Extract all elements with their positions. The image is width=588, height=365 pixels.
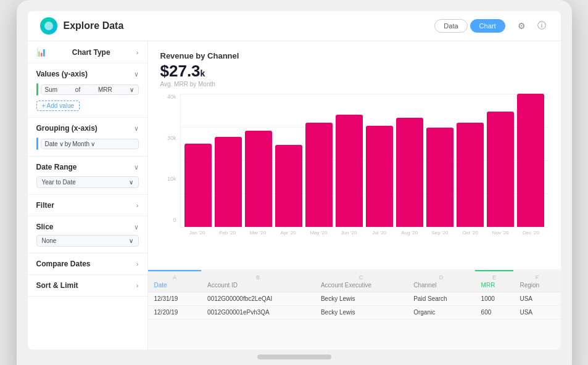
table-header: ADateBAccount IDCAccount ExecutiveDChann…: [148, 271, 561, 292]
values-arrow: ∨: [134, 70, 139, 78]
compare-dates-section: Compare Dates ›: [28, 253, 147, 275]
slice-select[interactable]: None ∨: [36, 235, 139, 247]
x-axis: Jan '20Feb '20Mar '20Apr '20May '20Jun '…: [180, 228, 549, 236]
values-label: Values (y-axis): [36, 70, 88, 78]
bars-area: Jan '20Feb '20Mar '20Apr '20May '20Jun '…: [180, 94, 549, 236]
values-select[interactable]: Sum of MRR ∨: [41, 84, 139, 95]
table-scroll[interactable]: ADateBAccount IDCAccount ExecutiveDChann…: [148, 270, 561, 350]
y-label-30k: 30k: [167, 135, 176, 141]
chart-value-display: $27.3k: [160, 62, 549, 81]
bar: [275, 145, 302, 227]
compare-dates-arrow: ›: [136, 260, 139, 268]
table-cell: 0012G00000fbc2LeQAI: [201, 292, 315, 306]
slice-arrow: ∨: [134, 223, 139, 231]
chart-area: Revenue by Channel $27.3k Avg. MRR by Mo…: [148, 41, 561, 269]
bar: [336, 115, 363, 227]
compare-dates-header[interactable]: Compare Dates ›: [36, 260, 139, 268]
chart-type-header[interactable]: 📊 Chart Type ›: [36, 47, 139, 57]
table-row: 12/20/190012G00001ePvh3QABecky LewisOrga…: [148, 306, 561, 319]
bar-chart-icon: 📊: [36, 47, 46, 57]
data-table: ADateBAccount IDCAccount ExecutiveDChann…: [148, 270, 561, 319]
table-cell: Organic: [407, 306, 474, 319]
bar: [366, 126, 393, 227]
filter-arrow: ›: [136, 202, 139, 209]
table-cell: Paid Search: [407, 292, 474, 306]
chart-title: Revenue by Channel: [160, 51, 549, 60]
grid-line-top: [181, 94, 549, 94]
grouping-row: Date ∨ by Month ∨: [36, 137, 139, 150]
x-label: Apr '20: [275, 230, 302, 236]
table-area: ADateBAccount IDCAccount ExecutiveDChann…: [148, 269, 561, 350]
main-layout: 📊 Chart Type › Values (y-axis) ∨: [28, 41, 561, 350]
table-col-account-executive: CAccount Executive: [315, 271, 407, 292]
main-content: Revenue by Channel $27.3k Avg. MRR by Mo…: [148, 41, 561, 350]
table-cell: USA: [513, 306, 560, 319]
chart-type-section: 📊 Chart Type ›: [28, 41, 147, 64]
chart-type-arrow: ›: [136, 49, 139, 56]
table-col-account-id: BAccount ID: [201, 271, 315, 292]
y-axis: 40k 30k 10k 0: [160, 94, 179, 223]
blue-indicator: [36, 137, 38, 150]
slice-header[interactable]: Slice ∨: [36, 223, 139, 231]
x-label: Nov '20: [487, 230, 514, 236]
info-icon[interactable]: ⓘ: [535, 19, 549, 33]
table-col-date: ADate: [148, 271, 202, 292]
laptop-notch: [257, 355, 331, 359]
table-cell: USA: [513, 292, 560, 306]
x-label: Feb '20: [214, 230, 241, 236]
table-cell: 12/31/19: [148, 292, 202, 306]
date-range-section: Date Range ∨ Year to Date ∨: [28, 157, 147, 195]
date-range-arrow: ∨: [134, 163, 139, 171]
tab-chart[interactable]: Chart: [470, 19, 505, 33]
bar: [487, 112, 514, 227]
bar: [184, 144, 212, 227]
table-cell: 12/20/19: [148, 306, 202, 319]
logo: [40, 17, 57, 35]
date-range-header[interactable]: Date Range ∨: [36, 163, 139, 171]
x-label: Jan '20: [184, 230, 211, 236]
values-header[interactable]: Values (y-axis) ∨: [36, 70, 139, 78]
sort-limit-section: Sort & Limit ›: [28, 275, 147, 297]
grouping-select[interactable]: Date ∨ by Month ∨: [41, 139, 139, 149]
x-label: Oct '20: [457, 230, 484, 236]
table-cell: 1000: [475, 292, 514, 306]
x-label: Jul '20: [366, 230, 393, 236]
date-range-select[interactable]: Year to Date ∨: [36, 176, 139, 188]
filter-section: Filter ›: [28, 195, 147, 216]
compare-dates-label: Compare Dates: [36, 260, 91, 268]
sidebar: 📊 Chart Type › Values (y-axis) ∨: [28, 41, 148, 350]
date-range-label: Date Range: [36, 163, 77, 171]
slice-section: Slice ∨ None ∨: [28, 216, 147, 253]
green-indicator: [36, 83, 38, 96]
filter-header[interactable]: Filter ›: [36, 201, 139, 210]
bar: [245, 131, 272, 227]
grouping-header[interactable]: Grouping (x-axis) ∨: [36, 124, 139, 133]
table-cell: 0012G00001ePvh3QA: [201, 306, 315, 319]
table-col-region: FRegion: [513, 271, 560, 292]
header-tabs: Data Chart: [434, 19, 505, 33]
tab-data[interactable]: Data: [434, 19, 467, 33]
filter-label: Filter: [36, 201, 54, 210]
add-value-button[interactable]: + Add value: [36, 100, 80, 111]
bar: [215, 137, 242, 227]
page-title: Explore Data: [64, 20, 435, 31]
values-section: Values (y-axis) ∨ Sum of MRR ∨: [28, 64, 147, 118]
table-body: 12/31/190012G00000fbc2LeQAIBecky LewisPa…: [148, 292, 561, 319]
grouping-section: Grouping (x-axis) ∨ Date ∨ by Month ∨: [28, 118, 147, 157]
settings-icon[interactable]: ⚙: [515, 19, 529, 33]
y-label-40k: 40k: [167, 94, 176, 100]
bar: [426, 128, 453, 227]
x-label: Sep '20: [426, 230, 453, 236]
bar: [396, 118, 423, 227]
x-label: May '20: [305, 230, 332, 236]
table-col-mrr: EMRR: [475, 271, 514, 292]
bar: [457, 123, 484, 227]
y-label-10k: 10k: [167, 176, 176, 182]
values-row: Sum of MRR ∨: [36, 83, 139, 96]
chart-value: $27.3k: [160, 62, 205, 81]
table-row: 12/31/190012G00000fbc2LeQAIBecky LewisPa…: [148, 292, 561, 306]
bar: [305, 123, 333, 227]
chart-type-label: Chart Type: [72, 48, 110, 57]
sort-limit-header[interactable]: Sort & Limit ›: [36, 281, 139, 290]
app-header: Explore Data Data Chart ⚙ ⓘ: [28, 11, 561, 41]
